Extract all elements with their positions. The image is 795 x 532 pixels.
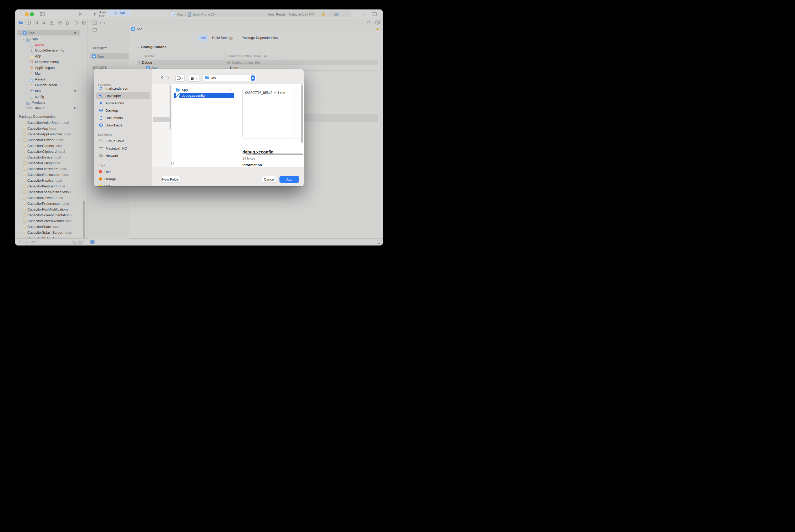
tree-item-products[interactable]: › Products [15, 99, 88, 105]
swap-editor-icon[interactable]: ⇄ [367, 20, 370, 24]
tab-info[interactable]: Info [198, 35, 208, 41]
package-row[interactable]: ›CapacitorActionSheetlocal [15, 119, 88, 126]
package-row[interactable]: ›CapacitorPushNotificationsl... [15, 206, 88, 212]
package-row[interactable]: ›CapacitorApplocal [15, 126, 88, 131]
inspector-toggle-icon[interactable] [372, 12, 377, 16]
tree-item-public[interactable]: public [15, 41, 88, 47]
sidebar-item-tag-yellow[interactable]: Yellow [96, 183, 150, 186]
package-row[interactable]: ›CapacitorHapticslocal [15, 177, 88, 183]
file-row-debug-xcconfig[interactable]: debug.xcconfig [174, 93, 234, 98]
file-row-app-folder[interactable]: App › [172, 87, 236, 93]
forward-button[interactable] [165, 75, 171, 81]
chevron-down-icon[interactable]: ⌄ [139, 61, 141, 63]
sidebar-item-tag-orange[interactable]: Orange [96, 175, 150, 183]
package-row[interactable]: ›CapacitorScreenOrientationl... [15, 212, 88, 218]
sidebar-item-applications[interactable]: Applications [96, 99, 150, 107]
package-row[interactable]: ›CapacitorDialoglocal [15, 160, 88, 166]
sidebar-item-network[interactable]: Network [96, 152, 150, 159]
add-button[interactable]: + [363, 11, 366, 17]
scheme-pill[interactable]: App ⟩ EmerPhone 16 App: Ready | Today at… [170, 11, 351, 17]
new-folder-button[interactable]: New Folder [162, 176, 181, 183]
package-row[interactable]: ›CapacitorLocalNotificationsl... [15, 189, 88, 195]
editor-forward-icon[interactable]: › [104, 20, 106, 25]
chevron-down-icon[interactable]: ⌄ [19, 32, 21, 34]
package-row[interactable]: ›CapacitorPreferenceslocal [15, 201, 88, 206]
sidebar-item-icloud[interactable]: iCloud Drive [96, 137, 150, 145]
sidebar-item-downloads[interactable]: Downloads [96, 121, 150, 129]
breakpoints-navigator-icon[interactable] [74, 21, 78, 25]
package-row[interactable]: ›CapacitorDevicelocal [15, 154, 88, 160]
package-row[interactable]: ›CapacitorNetworklocal [15, 195, 88, 201]
package-row[interactable]: ›CapacitorGeolocationlocal [15, 172, 88, 177]
breadcrumb-back-icon[interactable]: ‹ [373, 27, 374, 31]
warning-icon[interactable] [376, 27, 379, 31]
tree-item-app-group[interactable]: ⌄ App [15, 36, 88, 41]
warning-counter[interactable]: 1 [322, 12, 328, 16]
sidebar-item-desktop[interactable]: Desktop [96, 107, 150, 114]
source-control-navigator-icon[interactable] [26, 20, 31, 25]
selected-parent-row[interactable] [153, 117, 171, 122]
chevron-down-icon[interactable]: ⌄ [23, 37, 25, 40]
scheme-name[interactable]: App [177, 13, 183, 16]
package-row[interactable]: ›CapacitorClipboardlocal [15, 149, 88, 154]
navigator-divider[interactable] [88, 19, 88, 239]
find-navigator-icon[interactable] [41, 20, 46, 25]
recent-filter-icon[interactable] [73, 241, 76, 244]
package-row[interactable]: ›CapacitorScreenReaderlocal [15, 218, 88, 224]
add-file-button[interactable]: + [19, 240, 21, 244]
related-items-icon[interactable] [93, 20, 97, 25]
tests-navigator-icon[interactable] [58, 20, 62, 25]
source-control-branch[interactable]: Appmain [93, 11, 106, 17]
tab-app[interactable]: App [108, 10, 131, 16]
tree-item-debug[interactable]: ⚙⚙ debug A [15, 105, 88, 111]
package-row[interactable]: ›CapacitorAppLauncherlocal [15, 131, 88, 137]
tree-item-googleservice-info[interactable]: GoogleService-Info [15, 47, 88, 53]
breadcrumb[interactable]: A App ‹ › [129, 26, 383, 32]
tree-item-appdelegate[interactable]: AppDelegate [15, 65, 88, 71]
config-row-debug[interactable]: ⌄ Debug No Configurations Set [137, 60, 378, 65]
section-chevron-icon[interactable]: ⌄ [137, 45, 139, 49]
add-button[interactable]: Add [280, 176, 299, 183]
view-columns-button[interactable] [175, 75, 185, 81]
tree-item-config[interactable]: config [15, 94, 88, 99]
column-resize-handle[interactable]: ❙❙ [170, 162, 175, 165]
scrollbar[interactable] [301, 84, 303, 143]
tree-item-capacitor-config[interactable]: {··} capacitor.config [15, 59, 88, 65]
sidebar-item-documents[interactable]: Documents [96, 114, 150, 121]
chevron-down-icon[interactable]: ⌄ [143, 66, 145, 69]
package-row[interactable]: ›CapacitorSplashScreenlocal [15, 229, 88, 235]
add-editor-icon[interactable] [375, 20, 380, 24]
editor-back-icon[interactable]: ‹ [100, 20, 101, 25]
minimize-button[interactable] [25, 12, 29, 16]
bookmarks-navigator-icon[interactable] [34, 20, 38, 25]
sidebar-item-tag-red[interactable]: Red [96, 168, 150, 175]
back-button[interactable] [159, 75, 165, 81]
chevron-right-icon[interactable]: › [23, 101, 23, 104]
tree-item-launchscreen[interactable]: ✕ LaunchScreen [15, 82, 88, 88]
debug-navigator-icon[interactable] [66, 20, 70, 25]
sidebar-item-home[interactable]: mark.anderson [96, 84, 150, 92]
package-row[interactable]: ›CapacitorBrowserlocal [15, 137, 88, 143]
stepper-icon[interactable] [251, 75, 255, 81]
tree-item-info[interactable]: Info M [15, 88, 88, 94]
issues-navigator-icon[interactable] [50, 21, 54, 25]
scrollbar[interactable] [170, 85, 171, 129]
cancel-button[interactable]: Cancel [262, 176, 276, 183]
scrollbar[interactable] [83, 201, 84, 240]
tab-package-dependencies[interactable]: Package Dependencies [242, 36, 278, 40]
location-dropdown[interactable]: ios [203, 75, 256, 81]
tree-item-main[interactable]: ✕ Main [15, 71, 88, 76]
hide-bottom-panel-icon[interactable] [377, 240, 382, 244]
project-item-app[interactable]: A App [90, 53, 129, 59]
scm-filter-icon[interactable] [78, 241, 82, 244]
reports-navigator-icon[interactable] [82, 20, 86, 25]
run-destination[interactable]: EmerPhone 16 [193, 13, 214, 16]
sidebar-item-developer[interactable]: Developer [96, 92, 150, 99]
tab-build-settings[interactable]: Build Settings [212, 36, 233, 40]
package-row[interactable]: ›CapacitorCameralocal [15, 143, 88, 149]
group-by-button[interactable] [189, 75, 199, 81]
tree-item-app-entitlements[interactable]: App [15, 53, 88, 59]
pane-toggle-icon[interactable] [93, 28, 97, 32]
close-button[interactable] [19, 12, 23, 16]
breadcrumb-forward-icon[interactable]: › [382, 27, 383, 31]
